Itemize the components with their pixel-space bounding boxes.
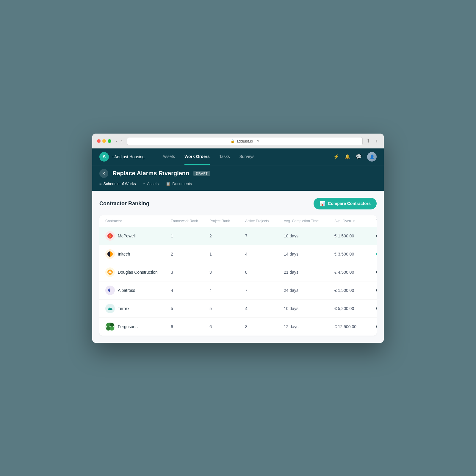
- logo-text: +Addjust Housing: [112, 154, 145, 159]
- overrun-terrex: € 5,200.00: [334, 306, 376, 311]
- col-header-contractor: Contractor: [105, 219, 171, 223]
- sub-nav: ≡ Schedule of Works ⌂ Assets 📋 Documents: [99, 181, 377, 186]
- logo-area: A +Addjust Housing: [99, 152, 145, 162]
- back-button[interactable]: ✕: [99, 169, 108, 178]
- col-header-cost: Total Cost: [376, 219, 377, 223]
- svg-point-13: [110, 323, 114, 327]
- reload-icon[interactable]: ↻: [256, 139, 259, 143]
- total-cost-albatross: € 26,890.00: [376, 288, 377, 293]
- sub-nav-schedule[interactable]: ≡ Schedule of Works: [99, 181, 136, 186]
- close-button[interactable]: [97, 139, 101, 143]
- logo-icon: A: [99, 152, 109, 162]
- table-header: Contractor Framework Rank Project Rank A…: [99, 215, 377, 227]
- browser-nav-arrows: ‹ ›: [115, 138, 123, 144]
- framework-rank-mcpowell: 1: [171, 234, 209, 238]
- cost-row-terrex: € 29,500.00 18% ↑: [376, 306, 377, 311]
- section-title: Contractor Ranking: [99, 201, 149, 207]
- page-title-row: ✕ Replace Alarms Riverglenn DRAFT: [99, 169, 377, 178]
- col-header-completion: Avg. Completion Time: [284, 219, 334, 223]
- bell-icon[interactable]: 🔔: [345, 154, 350, 159]
- project-rank-fergusons: 6: [209, 324, 245, 329]
- cost-row-douglas: € 22,600.00 14% ↑: [376, 270, 377, 275]
- back-arrow[interactable]: ‹: [115, 138, 119, 144]
- project-rank-mcpowell: 2: [209, 234, 245, 238]
- total-cost-douglas: € 22,600.00: [376, 270, 377, 275]
- minimize-button[interactable]: [102, 139, 106, 143]
- contractor-cell-terrex: Terrex: [105, 304, 171, 313]
- main-content: Contractor Ranking 📊 Compare Contractors…: [92, 191, 384, 343]
- contractor-cell-fergusons: Fergusons: [105, 322, 171, 331]
- contractor-table: Contractor Framework Rank Project Rank A…: [99, 215, 377, 336]
- avatar[interactable]: 👤: [367, 152, 377, 162]
- completion-douglas: 21 days: [284, 270, 334, 275]
- active-projects-douglas: 8: [245, 270, 284, 275]
- active-projects-initech: 4: [245, 252, 284, 256]
- contractor-cell-mcpowell: ⚡ McPowell: [105, 231, 171, 241]
- app: A +Addjust Housing Assets Work Orders Ta…: [92, 148, 384, 343]
- avatar-image: 👤: [367, 152, 377, 162]
- total-cost-fergusons: € 30,450.00: [376, 324, 377, 329]
- forward-arrow[interactable]: ›: [120, 138, 124, 144]
- contractor-cell-douglas: Douglas Construction: [105, 267, 171, 277]
- url-text: addjust.io: [237, 139, 253, 143]
- nav-assets[interactable]: Assets: [162, 149, 175, 165]
- framework-rank-albatross: 4: [171, 288, 209, 293]
- sub-nav-assets[interactable]: ⌂ Assets: [143, 181, 159, 186]
- maximize-button[interactable]: [108, 139, 111, 143]
- main-nav-links: Assets Work Orders Tasks Surveys: [162, 149, 333, 165]
- nav-tasks[interactable]: Tasks: [219, 149, 230, 165]
- compare-contractors-button[interactable]: 📊 Compare Contractors: [314, 198, 377, 209]
- table-row[interactable]: Albatross 4 4 7 24 days € 1,500.00 € 26,…: [99, 281, 377, 300]
- completion-fergusons: 12 days: [284, 324, 334, 329]
- sub-nav-documents[interactable]: 📋 Documents: [166, 181, 192, 186]
- col-header-project: Project Rank: [209, 219, 245, 223]
- contractor-name-initech: Initech: [118, 252, 130, 256]
- contractor-logo-douglas: [105, 267, 115, 277]
- table-row[interactable]: ⚡ McPowell 1 2 7 10 days € 1,500.00 € 20…: [99, 227, 377, 245]
- table-row[interactable]: Douglas Construction 3 3 8 21 days € 4,5…: [99, 263, 377, 281]
- svg-point-12: [106, 323, 110, 327]
- documents-icon: 📋: [166, 181, 170, 186]
- contractor-cell-initech: Initech: [105, 249, 171, 259]
- contractor-logo-fergusons: [105, 322, 115, 331]
- framework-rank-terrex: 5: [171, 306, 209, 311]
- svg-point-14: [106, 326, 110, 331]
- overrun-mcpowell: € 1,500.00: [334, 234, 376, 238]
- table-row[interactable]: Initech 2 1 4 14 days € 3,500.00 € 19,00…: [99, 245, 377, 263]
- completion-initech: 14 days: [284, 252, 334, 256]
- chat-icon[interactable]: 💬: [356, 154, 362, 159]
- lightning-icon[interactable]: ⚡: [333, 154, 339, 159]
- nav-surveys[interactable]: Surveys: [239, 149, 255, 165]
- cost-row-initech: € 19,000.00: [376, 252, 377, 256]
- project-rank-initech: 1: [209, 252, 245, 256]
- new-tab-icon[interactable]: ＋: [374, 138, 379, 144]
- contractor-name-albatross: Albatross: [118, 288, 135, 293]
- completion-albatross: 24 days: [284, 288, 334, 293]
- total-cost-mcpowell: € 20,500.00: [376, 234, 377, 238]
- col-header-active: Active Projects: [245, 219, 284, 223]
- address-bar[interactable]: 🔒 addjust.io ↻: [127, 137, 363, 145]
- assets-icon: ⌂: [143, 181, 145, 186]
- browser-window: ‹ › 🔒 addjust.io ↻ ⬆ ＋ A +Addjust Housin…: [92, 134, 384, 343]
- table-row[interactable]: Terrex 5 5 4 10 days € 5,200.00 € 29,500…: [99, 300, 377, 318]
- chart-icon: 📊: [320, 201, 325, 206]
- project-rank-terrex: 5: [209, 306, 245, 311]
- cost-row-albatross: € 26,890.00 16% ↑: [376, 288, 377, 293]
- contractor-cell-albatross: Albatross: [105, 286, 171, 295]
- svg-point-15: [110, 326, 114, 331]
- lock-icon: 🔒: [231, 139, 235, 143]
- framework-rank-initech: 2: [171, 252, 209, 256]
- compare-btn-label: Compare Contractors: [328, 201, 371, 206]
- contractor-name-mcpowell: McPowell: [118, 234, 136, 238]
- contractor-name-douglas: Douglas Construction: [118, 270, 158, 275]
- table-row[interactable]: Fergusons 6 6 8 12 days € 12,500.00 € 30…: [99, 318, 377, 336]
- nav-work-orders[interactable]: Work Orders: [184, 149, 210, 165]
- framework-rank-fergusons: 6: [171, 324, 209, 329]
- completion-terrex: 10 days: [284, 306, 334, 311]
- page-title: Replace Alarms Riverglenn: [112, 170, 189, 177]
- contractor-name-fergusons: Fergusons: [118, 324, 137, 329]
- share-icon[interactable]: ⬆: [366, 138, 370, 144]
- active-projects-mcpowell: 7: [245, 234, 284, 238]
- active-projects-terrex: 4: [245, 306, 284, 311]
- contractor-logo-initech: [105, 249, 115, 259]
